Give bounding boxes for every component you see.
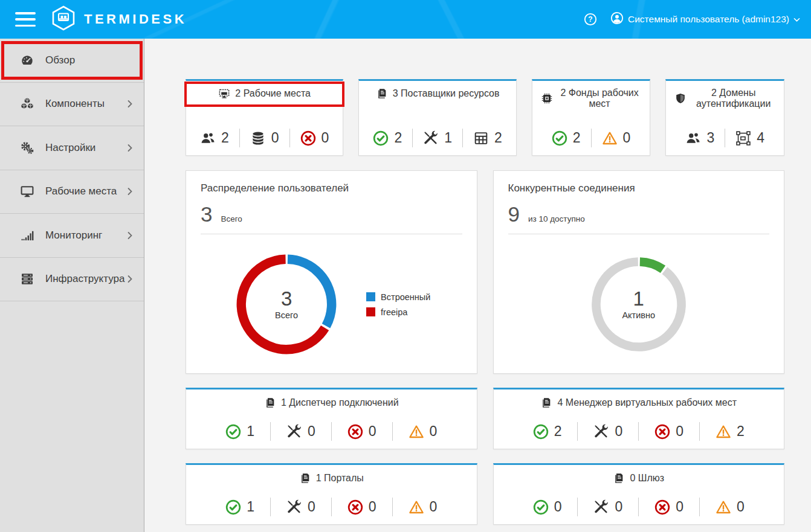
gears-icon bbox=[20, 141, 34, 155]
summary-card-title[interactable]: 2 Домены аутентификации bbox=[670, 88, 780, 110]
stat-value: 0 bbox=[308, 499, 315, 515]
legend-item[interactable]: freeipa bbox=[366, 307, 430, 317]
stat-error-circle: 0 bbox=[289, 129, 340, 147]
check-circle-icon bbox=[552, 130, 567, 146]
servers-icon bbox=[20, 272, 34, 286]
summary-card-title[interactable]: 2 Рабочие места bbox=[190, 88, 339, 100]
chart-bars-icon bbox=[20, 228, 34, 243]
service-card-portals[interactable]: 1 Порталы1000 bbox=[186, 463, 477, 525]
sidebar-item-label: Инфраструктура bbox=[45, 273, 124, 285]
stat-value: 4 bbox=[757, 130, 764, 146]
chart-summary-label: из 10 доступно bbox=[528, 214, 585, 223]
card-stats: 2002 bbox=[497, 422, 781, 441]
sidebar-item-components[interactable]: Компоненты bbox=[0, 83, 144, 127]
chevron-right-icon bbox=[126, 231, 134, 240]
menu-toggle-button[interactable] bbox=[15, 12, 36, 27]
service-cards-row: 1 Диспетчер подключений10004 Менеджер ви… bbox=[186, 388, 784, 525]
chart-card-user-distribution: Распределение пользователей3Всего3ВсегоВ… bbox=[186, 170, 477, 374]
stat-value: 0 bbox=[676, 499, 683, 515]
sidebar-item-label: Мониторинг bbox=[45, 229, 102, 242]
service-card-title: 4 Менеджер виртуальных рабочих мест bbox=[497, 397, 781, 409]
sidebar-item-overview[interactable]: Обзор bbox=[0, 39, 144, 83]
stat-database: 0 bbox=[239, 129, 289, 147]
stat-value: 1 bbox=[247, 499, 254, 515]
summary-card-resource-providers[interactable]: 3 Поставщики ресурсов212 bbox=[358, 79, 516, 156]
tools-icon bbox=[593, 424, 609, 440]
check-circle-icon bbox=[533, 499, 549, 515]
chart-summary-label: Всего bbox=[221, 214, 242, 223]
chart-summary-value: 9 bbox=[508, 202, 520, 226]
error-circle-icon bbox=[347, 424, 363, 440]
documents-icon bbox=[376, 88, 388, 100]
summary-card-title-text: 2 Рабочие места bbox=[235, 88, 311, 99]
tools-icon bbox=[593, 499, 609, 515]
summary-card-workplace-pools[interactable]: 2 Фонды рабочих мест20 bbox=[532, 79, 651, 156]
chevron-down-icon bbox=[793, 14, 800, 25]
summary-card-workplaces[interactable]: 2 Рабочие места200 bbox=[186, 79, 343, 156]
chart-title: Распределение пользователей bbox=[201, 182, 462, 194]
stat-value: 2 bbox=[494, 130, 502, 146]
stat-check-circle: 0 bbox=[517, 498, 578, 516]
error-circle-icon bbox=[300, 130, 316, 146]
stat-value: 1 bbox=[247, 423, 254, 440]
chart-body: 1Активно bbox=[508, 234, 770, 374]
legend-swatch bbox=[366, 292, 375, 301]
sidebar: ОбзорКомпонентыНастройкиРабочие местаМон… bbox=[0, 39, 144, 532]
stat-tools: 0 bbox=[577, 498, 638, 516]
sidebar-item-infrastructure[interactable]: Инфраструктура bbox=[0, 258, 144, 302]
tools-icon bbox=[423, 130, 439, 146]
main-content: 2 Рабочие места2003 Поставщики ресурсов2… bbox=[144, 39, 811, 532]
object-group-icon bbox=[735, 130, 751, 146]
user-menu[interactable]: Системный пользователь (admin123) bbox=[610, 11, 800, 27]
workplace-monitor-icon bbox=[218, 88, 230, 100]
service-card-connection-dispatcher[interactable]: 1 Диспетчер подключений1000 bbox=[186, 388, 477, 449]
chevron-right-icon bbox=[126, 275, 134, 283]
stat-value: 0 bbox=[369, 499, 376, 515]
error-circle-icon bbox=[654, 424, 670, 440]
stat-tools: 1 bbox=[412, 129, 462, 147]
stat-warning: 2 bbox=[699, 422, 760, 441]
chart-cards-row: Распределение пользователей3Всего3ВсегоВ… bbox=[186, 170, 784, 374]
check-circle-icon bbox=[225, 424, 241, 440]
stat-value: 0 bbox=[737, 499, 745, 515]
sidebar-item-monitoring[interactable]: Мониторинг bbox=[0, 214, 144, 258]
sidebar-item-workplaces[interactable]: Рабочие места bbox=[0, 170, 144, 214]
stat-error-circle: 0 bbox=[638, 422, 699, 441]
svg-text:?: ? bbox=[588, 15, 592, 24]
stat-warning: 0 bbox=[591, 129, 641, 147]
service-card-title: 1 Порталы bbox=[190, 472, 473, 484]
summary-card-auth-domains[interactable]: 2 Домены аутентификации34 bbox=[665, 79, 784, 156]
sidebar-item-label: Настройки bbox=[45, 142, 95, 154]
warning-icon bbox=[716, 424, 731, 440]
sidebar-item-settings[interactable]: Настройки bbox=[0, 126, 144, 170]
legend-swatch bbox=[366, 307, 375, 316]
check-circle-icon bbox=[373, 130, 389, 146]
service-card-gateway[interactable]: 0 Шлюз0000 bbox=[493, 463, 785, 525]
stat-object-group: 4 bbox=[725, 129, 775, 147]
stat-value: 2 bbox=[554, 423, 562, 440]
dashboard-icon bbox=[20, 53, 34, 68]
stat-warning: 0 bbox=[392, 422, 453, 441]
legend-label: Встроенный bbox=[381, 292, 430, 302]
help-icon[interactable]: ? bbox=[584, 13, 597, 26]
warning-icon bbox=[716, 499, 731, 515]
users-icon bbox=[685, 130, 701, 146]
summary-card-title-text: 3 Поставщики ресурсов bbox=[393, 88, 500, 99]
stat-value: 2 bbox=[394, 130, 402, 146]
service-card-vdi-manager[interactable]: 4 Менеджер виртуальных рабочих мест2002 bbox=[493, 388, 785, 449]
summary-card-title[interactable]: 3 Поставщики ресурсов bbox=[363, 88, 512, 100]
card-stats: 20 bbox=[536, 129, 647, 147]
termidesk-logo-icon bbox=[51, 5, 76, 33]
legend-item[interactable]: Встроенный bbox=[366, 292, 430, 302]
sidebar-item-label: Обзор bbox=[45, 54, 75, 66]
summary-card-title[interactable]: 2 Фонды рабочих мест bbox=[536, 88, 647, 110]
card-stats: 212 bbox=[363, 129, 512, 147]
brand: TERMIDESK bbox=[51, 5, 187, 33]
stat-users: 2 bbox=[190, 129, 239, 147]
warning-icon bbox=[602, 130, 618, 146]
summary-cards-row: 2 Рабочие места2003 Поставщики ресурсов2… bbox=[186, 79, 784, 156]
service-card-title-text: 1 Диспетчер подключений bbox=[281, 397, 399, 408]
service-card-title: 0 Шлюз bbox=[497, 472, 781, 484]
donut-chart: 1Активно bbox=[587, 253, 690, 356]
tools-icon bbox=[286, 424, 302, 440]
